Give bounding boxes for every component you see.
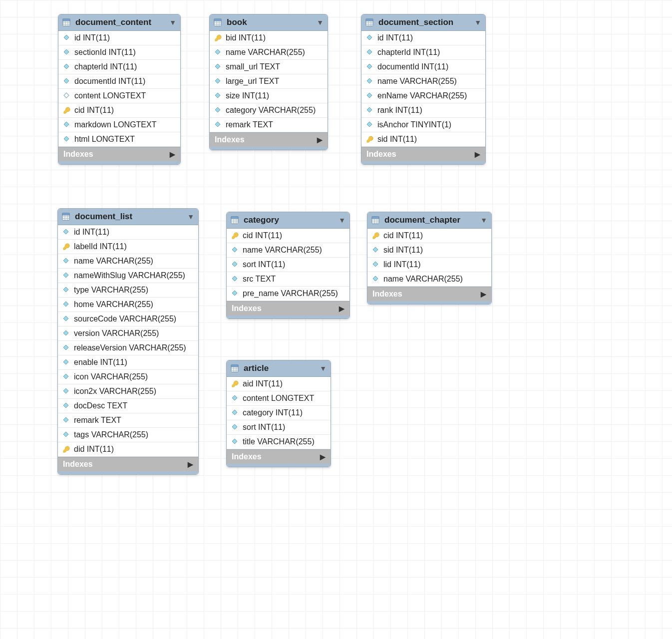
indexes-section[interactable]: Indexes▶: [361, 147, 485, 161]
diamond-icon: [63, 78, 70, 85]
column-row[interactable]: large_url TEXT: [210, 74, 328, 89]
column-row[interactable]: sectionId INT(11): [58, 45, 180, 60]
table-header[interactable]: article▼: [227, 360, 331, 377]
indexes-section[interactable]: Indexes▶: [227, 449, 331, 464]
column-row[interactable]: remark TEXT: [58, 413, 198, 428]
table-header[interactable]: document_content▼: [58, 14, 180, 31]
column-row[interactable]: name VARCHAR(255): [58, 254, 198, 269]
db-table-document_list[interactable]: document_list▼id INT(11)labelId INT(11)n…: [57, 208, 199, 475]
column-row[interactable]: docDesc TEXT: [58, 399, 198, 413]
column-row[interactable]: documentId INT(11): [58, 74, 180, 89]
column-row[interactable]: aid INT(11): [227, 377, 331, 391]
diamond-icon: [366, 34, 373, 41]
column-row[interactable]: sort INT(11): [227, 420, 331, 435]
column-row[interactable]: rank INT(11): [361, 103, 485, 118]
column-row[interactable]: enName VARCHAR(255): [361, 89, 485, 103]
collapse-icon[interactable]: ▼: [317, 18, 324, 26]
column-label: home VARCHAR(255): [74, 300, 153, 309]
column-row[interactable]: name VARCHAR(255): [361, 74, 485, 89]
column-row[interactable]: remark TEXT: [210, 118, 328, 132]
column-row[interactable]: lid INT(11): [367, 258, 491, 272]
indexes-section[interactable]: Indexes▶: [367, 287, 491, 301]
er-diagram-canvas[interactable]: document_content▼id INT(11)sectionId INT…: [0, 0, 672, 639]
column-row[interactable]: nameWithSlug VARCHAR(255): [58, 269, 198, 283]
column-row[interactable]: html LONGTEXT: [58, 132, 180, 147]
column-row[interactable]: category VARCHAR(255): [210, 103, 328, 118]
collapse-icon[interactable]: ▼: [187, 213, 194, 221]
column-row[interactable]: id INT(11): [361, 31, 485, 45]
column-row[interactable]: icon VARCHAR(255): [58, 370, 198, 384]
column-label: sid INT(11): [383, 246, 423, 255]
indexes-section[interactable]: Indexes▶: [58, 457, 198, 471]
column-row[interactable]: chapterId INT(11): [361, 45, 485, 60]
column-row[interactable]: cid INT(11): [227, 229, 349, 243]
column-row[interactable]: sid INT(11): [367, 243, 491, 258]
column-row[interactable]: chapterId INT(11): [58, 60, 180, 74]
diamond-icon: [215, 63, 222, 70]
key-icon: [215, 34, 222, 41]
column-row[interactable]: sourceCode VARCHAR(255): [58, 312, 198, 326]
column-row[interactable]: version VARCHAR(255): [58, 326, 198, 341]
collapse-icon[interactable]: ▼: [480, 216, 487, 224]
column-row[interactable]: markdown LONGTEXT: [58, 118, 180, 132]
expand-arrow-icon[interactable]: ▶: [317, 136, 323, 144]
column-row[interactable]: bid INT(11): [210, 31, 328, 45]
column-row[interactable]: releaseVersion VARCHAR(255): [58, 341, 198, 355]
column-row[interactable]: sid INT(11): [361, 132, 485, 147]
column-row[interactable]: id INT(11): [58, 225, 198, 240]
collapse-icon[interactable]: ▼: [474, 18, 481, 26]
column-row[interactable]: src TEXT: [227, 272, 349, 287]
column-row[interactable]: enable INT(11): [58, 355, 198, 370]
indexes-section[interactable]: Indexes▶: [210, 132, 328, 147]
table-header[interactable]: document_chapter▼: [367, 212, 491, 229]
column-row[interactable]: pre_name VARCHAR(255): [227, 287, 349, 301]
db-table-article[interactable]: article▼aid INT(11)content LONGTEXTcateg…: [226, 360, 331, 467]
table-header[interactable]: category▼: [227, 212, 349, 229]
indexes-section[interactable]: Indexes▶: [58, 147, 180, 161]
expand-arrow-icon[interactable]: ▶: [320, 453, 326, 461]
column-row[interactable]: isAnchor TINYINT(1): [361, 118, 485, 132]
collapse-icon[interactable]: ▼: [320, 364, 327, 372]
table-header[interactable]: document_section▼: [361, 14, 485, 31]
column-row[interactable]: content LONGTEXT: [227, 391, 331, 406]
column-row[interactable]: sort INT(11): [227, 258, 349, 272]
diamond-icon: [366, 121, 373, 128]
db-table-book[interactable]: book▼bid INT(11)name VARCHAR(255)small_u…: [209, 14, 328, 150]
collapse-icon[interactable]: ▼: [169, 18, 176, 26]
column-row[interactable]: category INT(11): [227, 406, 331, 420]
expand-arrow-icon[interactable]: ▶: [481, 290, 486, 298]
db-table-document_chapter[interactable]: document_chapter▼cid INT(11)sid INT(11)l…: [367, 212, 492, 305]
bottom-accent: [58, 471, 198, 474]
column-row[interactable]: name VARCHAR(255): [227, 243, 349, 258]
column-row[interactable]: name VARCHAR(255): [367, 272, 491, 287]
column-row[interactable]: size INT(11): [210, 89, 328, 103]
column-row[interactable]: did INT(11): [58, 442, 198, 457]
db-table-document_section[interactable]: document_section▼id INT(11)chapterId INT…: [361, 14, 486, 165]
db-table-document_content[interactable]: document_content▼id INT(11)sectionId INT…: [58, 14, 181, 165]
column-row[interactable]: content LONGTEXT: [58, 89, 180, 103]
column-row[interactable]: title VARCHAR(255): [227, 435, 331, 449]
collapse-icon[interactable]: ▼: [338, 216, 345, 224]
column-row[interactable]: labelId INT(11): [58, 240, 198, 254]
expand-arrow-icon[interactable]: ▶: [339, 305, 344, 313]
column-row[interactable]: icon2x VARCHAR(255): [58, 384, 198, 399]
column-row[interactable]: cid INT(11): [58, 103, 180, 118]
column-row[interactable]: name VARCHAR(255): [210, 45, 328, 60]
column-label: sid INT(11): [377, 135, 417, 144]
column-row[interactable]: type VARCHAR(255): [58, 283, 198, 298]
column-row[interactable]: tags VARCHAR(255): [58, 428, 198, 442]
diamond-icon: [215, 107, 222, 114]
column-row[interactable]: home VARCHAR(255): [58, 298, 198, 312]
table-header[interactable]: book▼: [210, 14, 328, 31]
diamond-icon: [215, 78, 222, 85]
column-row[interactable]: documentId INT(11): [361, 60, 485, 74]
expand-arrow-icon[interactable]: ▶: [170, 150, 175, 158]
table-header[interactable]: document_list▼: [58, 209, 198, 225]
db-table-category[interactable]: category▼cid INT(11)name VARCHAR(255)sor…: [226, 212, 350, 319]
column-row[interactable]: cid INT(11): [367, 229, 491, 243]
indexes-section[interactable]: Indexes▶: [227, 301, 349, 316]
column-row[interactable]: small_url TEXT: [210, 60, 328, 74]
expand-arrow-icon[interactable]: ▶: [475, 150, 480, 158]
column-row[interactable]: id INT(11): [58, 31, 180, 45]
expand-arrow-icon[interactable]: ▶: [188, 460, 193, 468]
